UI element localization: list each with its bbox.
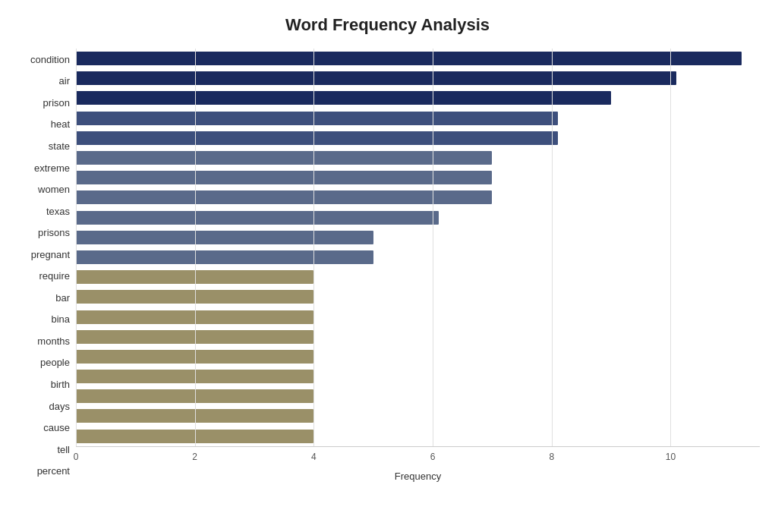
bar-prisons [76,211,439,225]
bar-row-texas [76,189,760,206]
x-tick-6: 6 [430,452,436,462]
y-label-bina: bina [51,311,70,328]
x-tick-0: 0 [74,452,79,462]
grid-line [313,49,314,446]
bar-row-cause [76,388,760,405]
y-axis: conditionairprisonheatstateextremewoment… [15,49,76,482]
bars-wrapper [76,49,760,446]
y-label-cause: cause [43,420,70,436]
bar-row-months [76,309,760,326]
y-label-texas: texas [46,203,70,219]
y-label-tell: tell [57,441,70,458]
y-label-bar: bar [55,289,70,306]
y-label-days: days [49,398,70,414]
bar-women [76,171,492,184]
x-axis-label: Frequency [76,471,760,482]
y-label-air: air [59,73,70,90]
x-axis: 0246810 [76,446,760,469]
y-label-people: people [40,354,70,371]
bar-row-bar [76,269,760,285]
x-tick-2: 2 [192,452,197,462]
plot-area: 0246810 Frequency [76,49,760,482]
bar-prison [76,91,611,105]
y-label-heat: heat [51,116,70,133]
bar-bar [76,270,313,284]
bar-birth [76,350,313,364]
bar-air [76,71,676,85]
y-label-condition: condition [30,51,70,68]
chart-container: Word Frequency Analysis conditionairpris… [0,0,775,532]
y-label-birth: birth [51,376,70,392]
bar-row-tell [76,408,760,424]
bar-row-pregnant [76,229,760,246]
bar-cause [76,389,313,403]
bar-row-heat [76,110,760,127]
bar-extreme [76,151,492,165]
bar-pregnant [76,231,373,244]
y-label-pregnant: pregnant [31,246,70,263]
bar-row-condition [76,50,760,67]
grid-line [433,49,433,446]
y-label-extreme: extreme [34,159,70,176]
bar-row-bina [76,288,760,305]
grid-line [76,49,77,446]
grid-line [552,49,553,446]
y-label-women: women [38,181,70,198]
bar-percent [76,430,313,443]
bar-row-prisons [76,209,760,226]
y-label-months: months [37,332,70,349]
chart-area: conditionairprisonheatstateextremewoment… [15,49,760,482]
bar-row-prison [76,90,760,106]
bar-months [76,310,313,324]
chart-title: Word Frequency Analysis [15,15,760,35]
bar-condition [76,52,742,65]
bar-row-women [76,169,760,186]
bar-days [76,370,313,383]
bar-row-state [76,130,760,146]
bar-people [76,330,313,344]
bar-row-extreme [76,150,760,166]
bar-state [76,131,558,145]
bar-bina [76,290,313,304]
grid-line [195,49,196,446]
bar-require [76,250,373,264]
bar-row-people [76,329,760,345]
y-label-require: require [39,268,70,285]
x-tick-10: 10 [666,452,676,462]
x-tick-4: 4 [311,452,317,462]
bar-row-days [76,368,760,385]
y-label-prison: prison [43,94,70,111]
bar-texas [76,190,492,204]
bar-row-birth [76,348,760,365]
y-label-state: state [49,137,70,154]
y-label-prisons: prisons [38,225,70,241]
bar-row-percent [76,428,760,445]
bar-heat [76,112,558,125]
y-label-percent: percent [37,463,70,480]
grid-line [670,49,671,446]
x-tick-8: 8 [549,452,554,462]
bar-row-air [76,70,760,87]
bar-row-require [76,249,760,266]
bar-tell [76,409,313,423]
